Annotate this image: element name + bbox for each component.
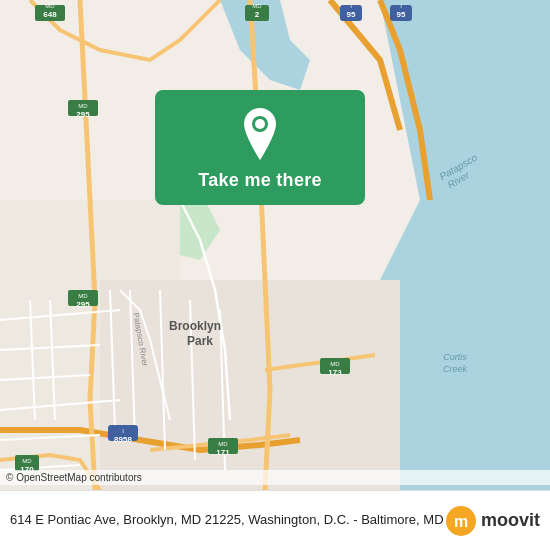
svg-text:95: 95 — [347, 10, 356, 19]
svg-text:Curtis: Curtis — [443, 352, 467, 362]
svg-text:Brooklyn: Brooklyn — [169, 319, 221, 333]
svg-text:295: 295 — [76, 300, 90, 309]
svg-text:95: 95 — [397, 10, 406, 19]
svg-text:MD: MD — [218, 441, 228, 447]
svg-text:648: 648 — [43, 10, 57, 19]
moovit-icon: m — [445, 505, 477, 537]
svg-point-62 — [255, 119, 265, 129]
svg-rect-10 — [100, 280, 400, 490]
svg-text:8958: 8958 — [114, 435, 132, 444]
map-container: 95 I 95 I MD 648 MD 2 MD 295 MD 295 MD 1… — [0, 0, 550, 490]
map-attribution: © OpenStreetMap contributors — [0, 470, 550, 485]
svg-text:MD: MD — [22, 458, 32, 464]
take-me-there-button[interactable]: Take me there — [198, 170, 322, 191]
bottom-bar: 614 E Pontiac Ave, Brooklyn, MD 21225, W… — [0, 490, 550, 550]
moovit-logo: m moovit — [445, 505, 540, 537]
svg-text:2: 2 — [255, 10, 260, 19]
svg-text:m: m — [454, 513, 468, 530]
address-text: 614 E Pontiac Ave, Brooklyn, MD 21225, W… — [10, 512, 445, 529]
svg-text:173: 173 — [328, 368, 342, 377]
svg-text:MD: MD — [252, 3, 262, 9]
svg-text:MD: MD — [45, 3, 55, 9]
svg-text:Creek: Creek — [443, 364, 468, 374]
svg-text:Park: Park — [187, 334, 213, 348]
svg-text:171: 171 — [216, 448, 230, 457]
location-pin-icon — [238, 108, 282, 160]
svg-text:MD: MD — [78, 293, 88, 299]
moovit-text: moovit — [481, 510, 540, 531]
location-overlay[interactable]: Take me there — [155, 90, 365, 205]
svg-text:MD: MD — [330, 361, 340, 367]
svg-text:MD: MD — [78, 103, 88, 109]
svg-text:295: 295 — [76, 110, 90, 119]
